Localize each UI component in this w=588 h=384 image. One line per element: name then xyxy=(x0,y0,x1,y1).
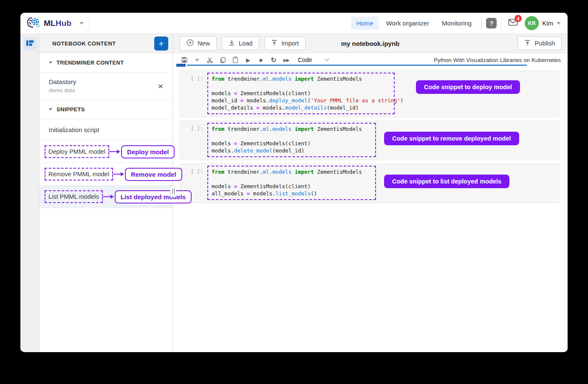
arrow-right-icon xyxy=(103,195,114,199)
code-editor[interactable]: from trendminer.ml.models import Zementi… xyxy=(207,123,376,157)
desktop-background: { "topbar": { "brand": { "ml": "ML", "hu… xyxy=(0,0,588,384)
code-cell-list[interactable]: [ ]: from trendminer.ml.models import Ze… xyxy=(180,164,559,203)
avatar: KR xyxy=(525,16,539,30)
snippet-deploy-pmml-model[interactable]: Deploy PMML model xyxy=(45,145,109,158)
annotation-remove-model: Remove model xyxy=(125,168,182,181)
arrow-right-icon xyxy=(113,172,124,176)
load-notebook-button[interactable]: Load xyxy=(222,37,259,50)
section-title: TRENDMINER CONTENT xyxy=(57,59,124,66)
collapse-triangle-icon xyxy=(49,108,52,110)
code-snippet-list-button[interactable]: Code snippet to list deployed models xyxy=(384,175,509,188)
topbar-divider xyxy=(481,16,482,31)
code-cell-deploy[interactable]: [ ]: from trendminer.ml.models import Ze… xyxy=(180,71,559,117)
code-cell-remove[interactable]: [ ]: from trendminer.ml.models import Ze… xyxy=(180,121,559,160)
code-editor[interactable]: from trendminer.ml.models import Zementi… xyxy=(207,73,395,114)
annotation-deploy-model: Deploy model xyxy=(121,145,175,158)
download-icon xyxy=(229,40,235,47)
app-window: MLHub Home Work organizer Monitoring ? 4… xyxy=(20,13,568,352)
datastory-item[interactable]: Datastory demo data × xyxy=(40,73,172,100)
upload-icon xyxy=(271,40,277,47)
brand-divider xyxy=(89,17,89,30)
top-navigation: Home Work organizer Monitoring xyxy=(351,17,478,30)
section-trendminer-content[interactable]: TRENDMINER CONTENT xyxy=(40,53,172,73)
run-cell-icon[interactable]: ▶ xyxy=(242,57,254,63)
panel-layout-button[interactable] xyxy=(23,37,37,51)
code-editor[interactable]: from trendminer.ml.models import Zementi… xyxy=(207,166,376,200)
import-notebook-button[interactable]: Import xyxy=(264,37,305,50)
main-header: New Load xyxy=(173,34,568,53)
close-icon[interactable]: × xyxy=(155,82,167,90)
brand-name: MLHub xyxy=(44,19,71,28)
collapse-triangle-icon xyxy=(49,62,52,64)
arrow-right-icon xyxy=(109,150,120,154)
paste-icon[interactable] xyxy=(229,56,242,63)
nav-tab-monitoring[interactable]: Monitoring xyxy=(436,17,477,30)
cell-prompt: [ ]: xyxy=(180,73,207,114)
cell-selection-line xyxy=(187,65,527,66)
sidebar-resize-handle[interactable] xyxy=(170,186,176,197)
sidebar-title: NOTEBOOK CONTENT xyxy=(52,40,154,47)
left-rail xyxy=(20,34,40,352)
notebook-cells-area: [ ]: from trendminer.ml.models import Ze… xyxy=(173,67,568,352)
circle-plus-icon xyxy=(187,39,194,48)
run-all-icon[interactable]: ▶▶ xyxy=(280,58,293,62)
notifications-button[interactable]: 4 xyxy=(508,19,518,28)
publish-button[interactable]: Publish xyxy=(517,37,562,50)
new-notebook-button[interactable]: New xyxy=(180,36,217,51)
add-content-button[interactable]: + xyxy=(154,37,168,51)
layout-icon xyxy=(26,40,34,48)
section-title: SNIPPETS xyxy=(57,106,85,113)
notebook-name: my notebook.ipynb xyxy=(341,40,400,47)
main-panel: New Load xyxy=(173,34,568,352)
snippet-initialization-script[interactable]: Initialization script xyxy=(40,119,172,141)
snippet-row-remove: Remove PMML model Remove model xyxy=(40,163,172,186)
brand[interactable]: MLHub xyxy=(20,17,89,30)
snippet-row-list: List PMML models List deployed models xyxy=(40,186,172,208)
snippet-row-deploy: Deploy PMML model Deploy model xyxy=(40,141,172,163)
cell-type-dropdown[interactable]: Code xyxy=(298,56,328,63)
copy-icon[interactable] xyxy=(216,57,229,63)
notebook-content-sidebar: NOTEBOOK CONTENT + TRENDMINER CONTENT Da… xyxy=(40,34,173,352)
mlhub-logo-icon xyxy=(26,17,40,30)
user-name: Kim xyxy=(542,20,553,27)
code-snippet-deploy-button[interactable]: Code snippet to deploy model xyxy=(416,80,520,94)
snippet-list-pmml-models[interactable]: List PMML models xyxy=(45,190,103,203)
datastory-subtitle: demo data xyxy=(49,87,76,93)
brand-chevron-down-icon[interactable] xyxy=(79,22,84,25)
save-icon[interactable] xyxy=(178,57,191,63)
user-menu[interactable]: KR Kim xyxy=(525,16,568,30)
snippet-remove-pmml-model[interactable]: Remove PMML model xyxy=(45,168,113,181)
chevron-down-icon xyxy=(325,56,329,61)
publish-icon xyxy=(524,40,531,47)
help-icon[interactable]: ? xyxy=(486,18,497,28)
cut-icon[interactable] xyxy=(204,57,216,63)
annotation-list-deployed-models: List deployed models xyxy=(115,190,192,203)
section-snippets[interactable]: SNIPPETS xyxy=(40,100,172,119)
datastory-title: Datastory xyxy=(49,78,76,85)
topbar-divider-2 xyxy=(501,16,501,31)
restart-kernel-icon[interactable]: ↻ xyxy=(267,56,280,64)
nav-tab-home[interactable]: Home xyxy=(351,17,379,30)
code-snippet-remove-button[interactable]: Code snippet to remove deployed model xyxy=(384,132,519,145)
stop-icon[interactable]: ■ xyxy=(254,57,267,63)
notification-badge: 4 xyxy=(514,15,522,22)
user-chevron-down-icon xyxy=(557,22,561,25)
cell-scroll-indicator xyxy=(176,64,186,67)
kernel-name: Python With Visualization Libraries on K… xyxy=(434,57,568,63)
nav-tab-work-organizer[interactable]: Work organizer xyxy=(381,17,435,30)
add-cell-icon[interactable]: + xyxy=(191,56,204,64)
sidebar-header: NOTEBOOK CONTENT + xyxy=(40,34,172,53)
top-bar: MLHub Home Work organizer Monitoring ? 4… xyxy=(20,13,568,34)
content-area: NOTEBOOK CONTENT + TRENDMINER CONTENT Da… xyxy=(20,34,568,352)
cell-prompt: [ ]: xyxy=(180,123,207,157)
